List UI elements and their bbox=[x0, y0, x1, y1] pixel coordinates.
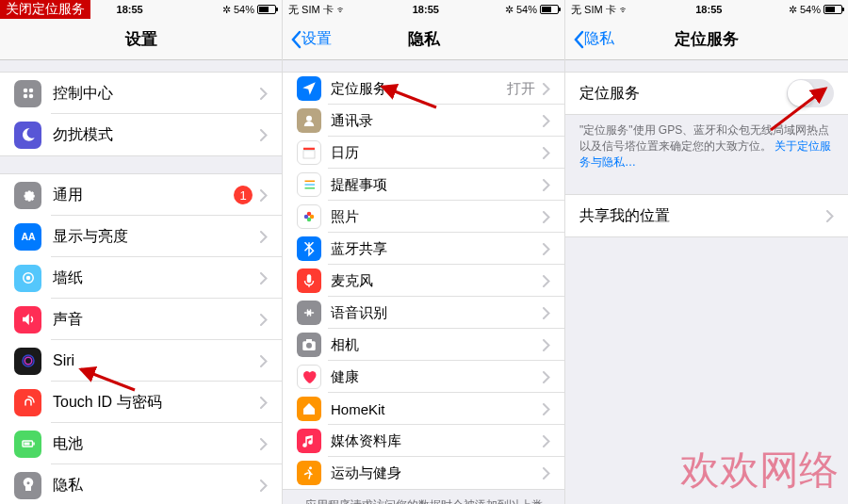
chevron-right-icon bbox=[260, 438, 268, 450]
row-label: Touch ID 与密码 bbox=[53, 393, 260, 413]
privacy-row-fitness[interactable]: 运动与健身 bbox=[283, 457, 564, 489]
svg-text:AA: AA bbox=[21, 231, 36, 242]
gear-icon bbox=[14, 182, 41, 209]
bluetooth-icon bbox=[297, 236, 321, 261]
battery-icon bbox=[257, 5, 276, 14]
location-toggle[interactable] bbox=[787, 79, 834, 107]
screen-location-services: 无 SIM 卡 ᯤ 18:55 ✲ 54% 隐私 定位服务 定位服务 "定位服务… bbox=[565, 0, 848, 504]
fitness-icon bbox=[297, 461, 321, 485]
svg-rect-19 bbox=[303, 148, 315, 150]
privacy-row-bluetooth[interactable]: 蓝牙共享 bbox=[283, 233, 564, 265]
toggle-label: 定位服务 bbox=[579, 84, 787, 104]
sound-icon bbox=[14, 306, 41, 333]
chevron-right-icon bbox=[260, 129, 268, 141]
photos-icon bbox=[297, 204, 321, 229]
row-label: 声音 bbox=[53, 310, 260, 330]
back-button[interactable]: 隐私 bbox=[573, 29, 614, 49]
page-title: 隐私 bbox=[408, 28, 440, 50]
share-location-row[interactable]: 共享我的位置 bbox=[565, 195, 848, 236]
svg-point-8 bbox=[24, 357, 32, 365]
row-label: 媒体资料库 bbox=[331, 432, 543, 450]
row-label: 电池 bbox=[53, 434, 260, 454]
loading-icon: ✲ bbox=[789, 4, 797, 16]
svg-rect-31 bbox=[306, 339, 312, 342]
svg-point-30 bbox=[306, 343, 312, 349]
reminders-icon bbox=[297, 172, 321, 197]
settings-row-control-center[interactable]: 控制中心 bbox=[0, 73, 282, 114]
chevron-right-icon bbox=[260, 480, 268, 492]
chevron-right-icon bbox=[543, 403, 550, 415]
settings-row-brightness[interactable]: AA显示与亮度 bbox=[0, 216, 282, 257]
settings-row-sound[interactable]: 声音 bbox=[0, 299, 282, 340]
siri-icon bbox=[14, 348, 41, 375]
row-label: 蓝牙共享 bbox=[331, 240, 543, 258]
homekit-icon bbox=[297, 397, 321, 421]
svg-rect-10 bbox=[33, 443, 35, 446]
privacy-row-homekit[interactable]: HomeKit bbox=[283, 393, 564, 425]
privacy-row-reminders[interactable]: 提醒事项 bbox=[283, 169, 564, 201]
settings-list[interactable]: 控制中心勿扰模式通用1AA显示与亮度墙纸声音SiriTouch ID 与密码电池… bbox=[0, 60, 282, 504]
chevron-right-icon bbox=[543, 275, 550, 287]
settings-row-moon[interactable]: 勿扰模式 bbox=[0, 114, 282, 155]
settings-row-battery-app[interactable]: 电池 bbox=[0, 423, 282, 464]
svg-rect-28 bbox=[307, 274, 312, 283]
chevron-right-icon bbox=[543, 371, 550, 383]
privacy-footer: 应用程序请求访问您的数据时会被添加到以上类别。 bbox=[283, 490, 564, 504]
location-services-toggle-row[interactable]: 定位服务 bbox=[565, 73, 848, 114]
nav-bar: 设置 隐私 bbox=[283, 19, 564, 60]
battery-icon bbox=[540, 5, 559, 14]
row-label: 勿扰模式 bbox=[53, 125, 260, 145]
svg-point-18 bbox=[306, 116, 312, 122]
svg-point-27 bbox=[304, 215, 309, 219]
chevron-right-icon bbox=[543, 307, 550, 319]
camera-icon bbox=[297, 333, 321, 357]
battery-app-icon bbox=[14, 431, 41, 458]
status-bar: 无 SIM 卡 ᯤ 18:55 ✲ 54% bbox=[283, 0, 564, 19]
chevron-right-icon bbox=[543, 339, 550, 351]
screen-settings: ○○○○○ 18:55 ✲ 54% 设置 控制中心勿扰模式通用1AA显示与亮度墙… bbox=[0, 0, 283, 504]
status-time: 18:55 bbox=[695, 4, 722, 15]
status-time: 18:55 bbox=[413, 4, 439, 15]
location-footer: "定位服务"使用 GPS、蓝牙和众包无线局域网热点以及信号塔位置来确定您的大致方… bbox=[565, 115, 848, 177]
nav-bar: 设置 bbox=[0, 19, 282, 60]
privacy-row-calendar[interactable]: 日历 bbox=[283, 137, 564, 169]
settings-row-privacy[interactable]: 隐私 bbox=[0, 464, 282, 504]
svg-point-12 bbox=[26, 481, 29, 484]
wallpaper-icon bbox=[14, 265, 41, 292]
privacy-row-photos[interactable]: 照片 bbox=[283, 201, 564, 233]
privacy-list[interactable]: 定位服务打开通讯录日历提醒事项照片蓝牙共享麦克风语音识别相机健康HomeKit媒… bbox=[283, 60, 564, 504]
row-label: 健康 bbox=[331, 368, 543, 386]
health-icon bbox=[297, 365, 321, 389]
back-button[interactable]: 设置 bbox=[290, 29, 332, 49]
privacy-row-music[interactable]: 媒体资料库 bbox=[283, 425, 564, 457]
music-icon bbox=[297, 429, 321, 453]
speech-icon bbox=[297, 301, 321, 325]
privacy-row-camera[interactable]: 相机 bbox=[283, 329, 564, 361]
screens-container: ○○○○○ 18:55 ✲ 54% 设置 控制中心勿扰模式通用1AA显示与亮度墙… bbox=[0, 0, 848, 504]
chevron-right-icon bbox=[260, 355, 268, 367]
privacy-row-speech[interactable]: 语音识别 bbox=[283, 297, 564, 329]
chevron-right-icon bbox=[543, 467, 550, 480]
chevron-right-icon bbox=[543, 243, 550, 255]
row-detail: 打开 bbox=[507, 80, 535, 98]
settings-row-fingerprint[interactable]: Touch ID 与密码 bbox=[0, 382, 282, 423]
row-label: 通讯录 bbox=[331, 112, 543, 130]
privacy-row-location[interactable]: 定位服务打开 bbox=[283, 73, 564, 105]
chevron-right-icon bbox=[260, 88, 268, 100]
svg-point-6 bbox=[25, 276, 30, 281]
location-content[interactable]: 定位服务 "定位服务"使用 GPS、蓝牙和众包无线局域网热点以及信号塔位置来确定… bbox=[565, 60, 848, 504]
privacy-row-health[interactable]: 健康 bbox=[283, 361, 564, 393]
carrier: 无 SIM 卡 bbox=[288, 3, 334, 17]
settings-row-wallpaper[interactable]: 墙纸 bbox=[0, 257, 282, 299]
back-label: 设置 bbox=[302, 29, 332, 49]
microphone-icon bbox=[297, 268, 321, 293]
row-label: 提醒事项 bbox=[331, 176, 543, 194]
settings-row-siri[interactable]: Siri bbox=[0, 340, 282, 382]
chevron-right-icon bbox=[260, 231, 268, 243]
badge: 1 bbox=[234, 186, 253, 204]
privacy-row-microphone[interactable]: 麦克风 bbox=[283, 265, 564, 297]
privacy-row-contacts[interactable]: 通讯录 bbox=[283, 105, 564, 137]
status-time: 18:55 bbox=[117, 4, 143, 15]
battery-pct: 54% bbox=[234, 4, 254, 15]
settings-row-gear[interactable]: 通用1 bbox=[0, 174, 282, 216]
